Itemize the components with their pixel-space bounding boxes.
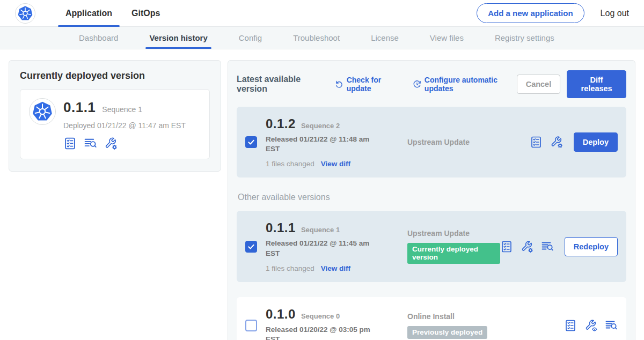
deployed-version-card: 0.1.1 Sequence 1 Deployed 01/21/22 @ 11:… <box>20 89 210 159</box>
check-icon <box>247 243 255 250</box>
deployed-version-info: 0.1.1 Sequence 1 Deployed 01/21/22 @ 11:… <box>63 98 186 150</box>
deployed-timestamp: Deployed 01/21/22 @ 11:47 am EST <box>63 121 186 130</box>
latest-available-title: Latest available version <box>237 75 323 94</box>
schedule-icon <box>413 79 421 89</box>
version-info: 0.1.0 Sequence 0 Released 01/20/22 @ 03:… <box>266 307 377 340</box>
configure-automatic-updates-link[interactable]: Configure automatic updates <box>413 76 517 93</box>
version-actions <box>564 319 618 332</box>
tab-version-history[interactable]: Version history <box>134 27 223 49</box>
kubernetes-icon <box>32 101 53 122</box>
logs-search-icon[interactable] <box>541 240 554 253</box>
app-logo[interactable] <box>15 3 35 24</box>
version-number: 0.1.2 <box>266 116 296 131</box>
cancel-button[interactable]: Cancel <box>517 75 561 94</box>
logs-search-icon[interactable] <box>605 319 618 332</box>
check-for-update-label: Check for update <box>347 76 401 93</box>
check-for-update-link[interactable]: Check for update <box>335 76 401 93</box>
edit-config-icon[interactable] <box>550 136 563 149</box>
currently-deployed-title: Currently deployed version <box>20 70 210 82</box>
version-row-0-1-0: 0.1.0 Sequence 0 Released 01/20/22 @ 03:… <box>237 297 626 340</box>
top-navbar: Application GitOps Add a new application… <box>0 0 644 27</box>
tab-config[interactable]: Config <box>223 27 277 49</box>
tab-troubleshoot[interactable]: Troubleshoot <box>277 27 355 49</box>
version-number: 0.1.0 <box>266 307 296 322</box>
deployed-sequence-label: Sequence 1 <box>102 105 142 114</box>
version-info: 0.1.1 Sequence 1 Released 01/21/22 @ 11:… <box>266 220 377 272</box>
logs-search-icon[interactable] <box>84 137 97 150</box>
currently-deployed-panel: Currently deployed version 0.1.1 Sequenc… <box>9 60 221 172</box>
deploy-button[interactable]: Deploy <box>574 132 618 152</box>
redeploy-button[interactable]: Redeploy <box>565 237 618 256</box>
version-checkbox[interactable] <box>245 241 257 253</box>
preflight-checklist-icon[interactable] <box>500 240 513 253</box>
released-timestamp: Released 01/21/22 @ 11:45 am EST <box>266 239 371 258</box>
add-new-application-button[interactable]: Add a new application <box>477 3 584 23</box>
tab-view-files[interactable]: View files <box>414 27 479 49</box>
topnav-right: Add a new application Log out <box>477 3 629 23</box>
version-row-0-1-1: 0.1.1 Sequence 1 Released 01/21/22 @ 11:… <box>237 211 626 282</box>
released-timestamp: Released 01/20/22 @ 03:05 pm EST <box>266 325 371 340</box>
sequence-label: Sequence 2 <box>301 122 340 130</box>
deployed-app-logo <box>29 98 56 125</box>
sequence-label: Sequence 1 <box>301 226 340 234</box>
available-versions-panel: Latest available version Check for updat… <box>228 60 635 340</box>
kubernetes-icon <box>17 5 33 21</box>
sequence-label: Sequence 0 <box>301 312 340 320</box>
version-checkbox[interactable] <box>245 136 257 148</box>
available-versions-header: Latest available version Check for updat… <box>237 70 626 98</box>
deployed-version-number: 0.1.1 <box>63 99 96 116</box>
tab-registry-settings[interactable]: Registry settings <box>479 27 570 49</box>
tab-license[interactable]: License <box>355 27 414 49</box>
refresh-icon <box>335 79 343 89</box>
source-label: Upstream Update <box>407 229 500 238</box>
files-changed-label: 1 files changed <box>266 160 314 168</box>
version-source: Online Install Previously deployed <box>377 312 564 339</box>
check-icon <box>247 138 255 146</box>
source-label: Upstream Update <box>407 138 530 146</box>
version-info: 0.1.2 Sequence 2 Released 01/21/22 @ 11:… <box>266 116 377 168</box>
tab-gitops[interactable]: GitOps <box>122 0 170 27</box>
released-timestamp: Released 01/21/22 @ 11:48 am EST <box>266 135 371 154</box>
files-changed-label: 1 files changed <box>266 264 314 272</box>
version-source: Upstream Update Currently deployed versi… <box>377 229 500 264</box>
main-content: Currently deployed version 0.1.1 Sequenc… <box>0 49 644 340</box>
diff-releases-button[interactable]: Diff releases <box>567 70 626 98</box>
view-diff-link[interactable]: View diff <box>321 264 350 272</box>
currently-deployed-badge: Currently deployed version <box>407 243 500 264</box>
version-actions: Redeploy <box>500 237 618 256</box>
previously-deployed-badge: Previously deployed <box>407 326 487 339</box>
source-label: Online Install <box>407 312 564 321</box>
preflight-checklist-icon[interactable] <box>530 136 543 149</box>
view-config-icon[interactable] <box>584 319 597 332</box>
version-checkbox[interactable] <box>245 320 257 331</box>
other-available-versions-title: Other available versions <box>238 193 626 202</box>
version-source: Upstream Update <box>377 138 530 146</box>
version-row-0-1-2: 0.1.2 Sequence 2 Released 01/21/22 @ 11:… <box>237 107 626 178</box>
top-tabs: Application GitOps <box>56 0 170 27</box>
edit-config-icon[interactable] <box>104 137 118 150</box>
version-actions: Deploy <box>530 132 618 152</box>
configure-updates-label: Configure automatic updates <box>425 76 517 93</box>
preflight-checklist-icon[interactable] <box>63 137 77 150</box>
preflight-checklist-icon[interactable] <box>564 319 577 332</box>
view-diff-link[interactable]: View diff <box>321 160 350 168</box>
version-number: 0.1.1 <box>266 220 296 235</box>
tab-dashboard[interactable]: Dashboard <box>63 27 134 49</box>
tab-application[interactable]: Application <box>56 0 122 27</box>
logout-link[interactable]: Log out <box>601 9 629 18</box>
edit-config-icon[interactable] <box>521 240 533 253</box>
app-subnav: Dashboard Version history Config Trouble… <box>0 27 644 49</box>
